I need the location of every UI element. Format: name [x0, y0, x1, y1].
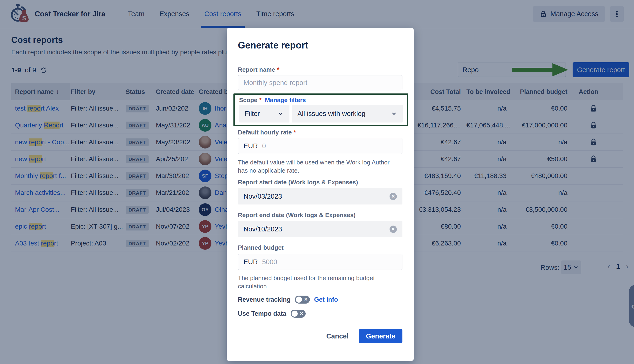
modal-title: Generate report	[238, 39, 402, 51]
end-date-input[interactable]: Nov/10/2023 ✕	[238, 221, 402, 237]
scope-annotation-box: Scope* Manage filters Filter All issues …	[233, 94, 408, 126]
clear-date-icon[interactable]: ✕	[390, 193, 397, 200]
planned-budget-input[interactable]: EUR 5000	[238, 254, 402, 270]
tempo-data-toggle[interactable]: ✕	[291, 310, 306, 318]
planned-budget-placeholder: 5000	[262, 258, 277, 266]
chevron-down-icon	[391, 110, 397, 117]
get-info-link[interactable]: Get info	[314, 296, 338, 303]
scope-type-select[interactable]: Filter	[239, 105, 289, 122]
default-rate-label: Default hourly rate*	[238, 129, 402, 136]
cancel-button[interactable]: Cancel	[326, 332, 349, 340]
tempo-data-label: Use Tempo data	[238, 310, 286, 318]
toggle-off-icon: ✕	[300, 311, 304, 316]
app-window: $ Cost Tracker for Jira Team Expenses Co…	[0, 0, 634, 364]
default-rate-input[interactable]: EUR 0	[238, 138, 402, 154]
revenue-tracking-toggle[interactable]: ✕	[295, 296, 310, 304]
default-rate-help: The default value will be used when the …	[238, 158, 400, 175]
currency-prefix: EUR	[244, 142, 258, 150]
report-name-placeholder: Monthly spend report	[244, 79, 307, 87]
planned-budget-label: Planned budget	[238, 244, 402, 251]
scope-value-select[interactable]: All issues with worklog	[292, 105, 403, 122]
default-rate-placeholder: 0	[262, 142, 266, 150]
manage-filters-link[interactable]: Manage filters	[265, 96, 306, 104]
generate-submit-button[interactable]: Generate	[359, 329, 402, 343]
toggle-off-icon: ✕	[304, 297, 308, 302]
chevron-down-icon	[278, 110, 284, 117]
report-name-input[interactable]: Monthly spend report	[238, 75, 402, 90]
planned-budget-help: The planned budget used for the remainin…	[238, 274, 400, 290]
generate-report-modal: Generate report Report name* Monthly spe…	[227, 28, 414, 361]
revenue-tracking-label: Revenue tracking	[238, 296, 291, 303]
revenue-tracking-row: Revenue tracking ✕ Get info	[238, 296, 402, 304]
currency-prefix: EUR	[244, 258, 258, 266]
tempo-data-row: Use Tempo data ✕	[238, 310, 402, 318]
start-date-input[interactable]: Nov/03/2023 ✕	[238, 188, 402, 204]
start-date-label: Report start date (Work logs & Expenses)	[238, 179, 402, 186]
scope-label: Scope* Manage filters	[239, 96, 403, 104]
clear-date-icon[interactable]: ✕	[390, 226, 397, 233]
report-name-label: Report name*	[238, 66, 402, 73]
end-date-label: Report end date (Work logs & Expenses)	[238, 212, 402, 218]
